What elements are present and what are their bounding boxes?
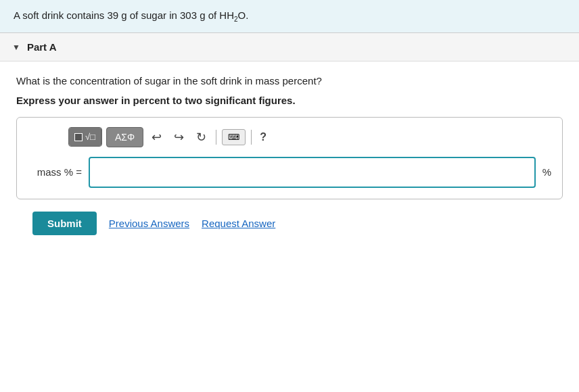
redo-button[interactable]: ↪ <box>170 127 188 147</box>
toolbar-divider-2 <box>251 130 252 145</box>
keyboard-button[interactable]: ⌨ <box>222 129 246 145</box>
input-label: mass % = <box>28 166 82 178</box>
part-a-section: ▼ Part A What is the concentration of su… <box>0 33 579 249</box>
chevron-down-icon: ▼ <box>12 43 20 52</box>
part-a-body: What is the concentration of sugar in th… <box>0 62 579 249</box>
math-toolbar: √□ ΑΣΦ ↩ ↪ ↻ ⌨ <box>28 127 551 147</box>
math-template-button[interactable]: √□ <box>68 127 102 147</box>
square-icon <box>74 133 83 141</box>
part-label: Part A <box>27 41 57 53</box>
refresh-button[interactable]: ↻ <box>192 127 210 147</box>
undo-button[interactable]: ↩ <box>147 127 166 147</box>
answer-input[interactable] <box>89 157 536 188</box>
answer-box: √□ ΑΣΦ ↩ ↪ ↻ ⌨ <box>16 117 563 199</box>
previous-answers-button[interactable]: Previous Answers <box>109 218 189 229</box>
problem-statement: A soft drink contains 39 g of sugar in 3… <box>0 0 579 33</box>
request-answer-button[interactable]: Request Answer <box>202 218 275 229</box>
instruction-text: Express your answer in percent to two si… <box>16 95 563 106</box>
problem-text: A soft drink contains 39 g of sugar in 3… <box>14 9 227 21</box>
part-a-header[interactable]: ▼ Part A <box>0 33 579 62</box>
unit-label: % <box>542 166 551 178</box>
greek-symbols-button[interactable]: ΑΣΦ <box>106 127 143 147</box>
toolbar-divider <box>216 130 216 145</box>
action-bar: Submit Previous Answers Request Answer <box>16 212 563 235</box>
help-button[interactable]: ? <box>257 128 269 146</box>
math-box-icon: √□ <box>69 128 101 146</box>
submit-button[interactable]: Submit <box>32 212 97 235</box>
question-text: What is the concentration of sugar in th… <box>16 74 563 89</box>
h2o-formula: H2O. <box>227 9 248 21</box>
answer-input-row: mass % = % <box>28 157 551 188</box>
